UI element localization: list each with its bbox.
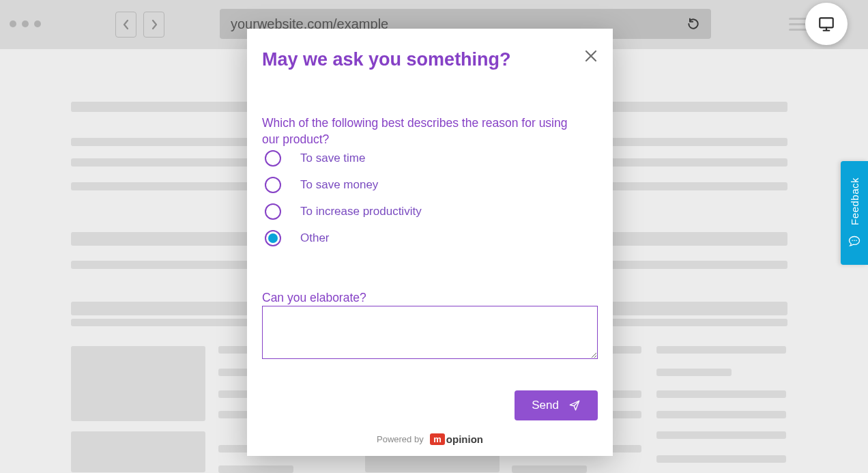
paper-plane-icon	[568, 399, 581, 412]
radio-option-other[interactable]: Other	[265, 230, 422, 246]
svg-point-3	[856, 240, 857, 241]
radio-label: Other	[300, 231, 330, 245]
powered-by-prefix: Powered by	[377, 434, 424, 444]
radio-label: To increase productivity	[300, 205, 422, 218]
close-icon	[584, 49, 598, 63]
radio-option-save-time[interactable]: To save time	[265, 150, 422, 167]
send-button-label: Send	[532, 399, 559, 412]
survey-modal: May we ask you something? Which of the f…	[247, 29, 613, 456]
svg-rect-0	[820, 18, 833, 27]
svg-point-2	[854, 240, 855, 241]
feedback-side-tab[interactable]: Feedback	[841, 161, 868, 265]
back-button[interactable]	[115, 12, 136, 38]
reload-icon	[686, 17, 700, 31]
question-1-text: Which of the following best describes th…	[262, 115, 583, 147]
radio-group: To save time To save money To increase p…	[265, 150, 422, 246]
radio-label: To save money	[300, 178, 378, 192]
device-preview-button[interactable]	[805, 3, 848, 45]
speech-bubble-icon	[848, 235, 861, 248]
chevron-left-icon	[122, 19, 130, 30]
radio-option-save-money[interactable]: To save money	[265, 177, 422, 193]
svg-point-1	[852, 240, 853, 241]
close-button[interactable]	[581, 46, 601, 66]
window-traffic-lights	[10, 20, 41, 27]
radio-input[interactable]	[265, 230, 281, 246]
modal-title: May we ask you something?	[262, 49, 511, 70]
reload-button[interactable]	[686, 17, 700, 31]
radio-option-productivity[interactable]: To increase productivity	[265, 203, 422, 220]
desktop-icon	[818, 15, 835, 33]
forward-button[interactable]	[143, 12, 164, 38]
radio-input[interactable]	[265, 203, 281, 220]
mopinion-logo-m: m	[430, 433, 445, 445]
question-2-text: Can you elaborate?	[262, 291, 366, 305]
radio-input[interactable]	[265, 177, 281, 193]
feedback-tab-label: Feedback	[849, 177, 860, 225]
mopinion-logo[interactable]: m opinion	[430, 433, 483, 445]
elaborate-textarea[interactable]	[262, 306, 598, 359]
chevron-right-icon	[150, 19, 158, 30]
radio-input[interactable]	[265, 150, 281, 167]
send-button[interactable]: Send	[515, 390, 598, 420]
radio-label: To save time	[300, 152, 365, 165]
powered-by: Powered by m opinion	[247, 433, 613, 445]
mopinion-logo-text: opinion	[446, 433, 483, 445]
